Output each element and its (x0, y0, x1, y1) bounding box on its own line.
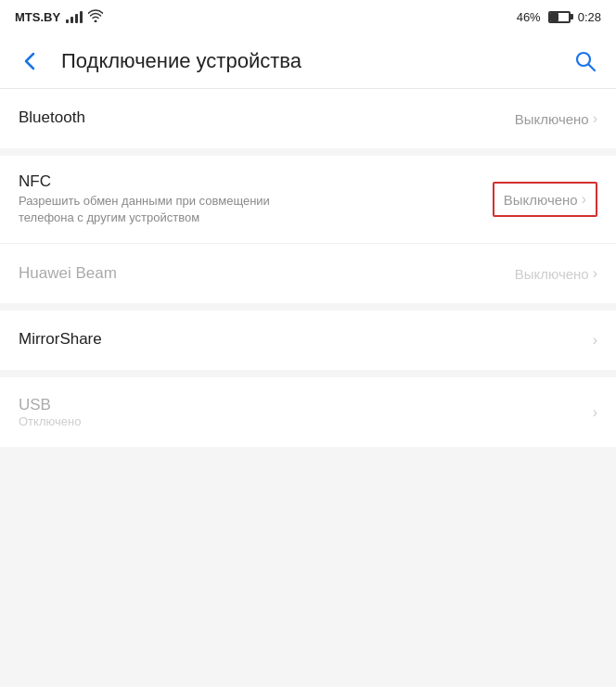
mirrorshare-section: MirrorShare › (0, 311, 616, 370)
mirrorshare-item[interactable]: MirrorShare › (0, 311, 616, 370)
content: Bluetooth Выключено › NFC Разрешить обме… (0, 89, 616, 447)
status-right: 46% 0:28 (517, 10, 601, 24)
bluetooth-status: Выключено › (515, 110, 597, 127)
nfc-section: NFC Разрешить обмен данными при совмещен… (0, 156, 616, 303)
nfc-subtitle: Разрешить обмен данными при совмещении т… (19, 193, 315, 226)
usb-subtitle: Отключено (19, 414, 582, 428)
search-button[interactable] (570, 45, 601, 77)
nfc-status: Выключено › (493, 182, 597, 217)
bluetooth-item[interactable]: Bluetooth Выключено › (0, 89, 616, 148)
back-button[interactable] (15, 45, 46, 77)
carrier-name: MTS.BY (15, 10, 60, 24)
battery-icon (548, 11, 571, 23)
time: 0:28 (578, 10, 601, 24)
mirrorshare-chevron-icon: › (593, 332, 597, 349)
mirrorshare-chevron: › (593, 332, 597, 349)
usb-item: USB Отключено › (0, 377, 616, 447)
bluetooth-section: Bluetooth Выключено › (0, 89, 616, 148)
usb-title: USB (19, 396, 582, 414)
huawei-beam-item: Huawei Beam Выключено › (0, 244, 616, 303)
usb-chevron-icon: › (593, 404, 597, 421)
page-title: Подключение устройства (61, 49, 555, 73)
svg-line-1 (589, 64, 596, 70)
carrier-info: MTS.BY (15, 9, 103, 25)
nfc-item-left: NFC Разрешить обмен данными при совмещен… (19, 172, 481, 226)
usb-left: USB Отключено (19, 396, 582, 428)
huawei-beam-left: Huawei Beam (19, 264, 504, 283)
nfc-chevron-icon: › (582, 191, 586, 208)
huawei-beam-status: Выключено › (515, 265, 597, 282)
header: Подключение устройства (0, 33, 616, 89)
wifi-icon (88, 9, 103, 25)
bluetooth-chevron-icon: › (593, 110, 597, 127)
huawei-beam-title: Huawei Beam (19, 264, 504, 283)
nfc-item[interactable]: NFC Разрешить обмен данными при совмещен… (0, 156, 616, 244)
battery-percent: 46% (517, 10, 541, 24)
usb-section: USB Отключено › (0, 377, 616, 447)
bluetooth-title: Bluetooth (19, 108, 504, 127)
mirrorshare-left: MirrorShare (19, 330, 582, 350)
bluetooth-item-left: Bluetooth (19, 108, 504, 129)
usb-chevron: › (593, 404, 597, 421)
signal-icon (66, 10, 83, 23)
mirrorshare-title: MirrorShare (19, 330, 582, 349)
huawei-beam-chevron-icon: › (593, 265, 597, 282)
nfc-title: NFC (19, 172, 481, 191)
status-bar: MTS.BY 46% 0:28 (0, 0, 616, 33)
